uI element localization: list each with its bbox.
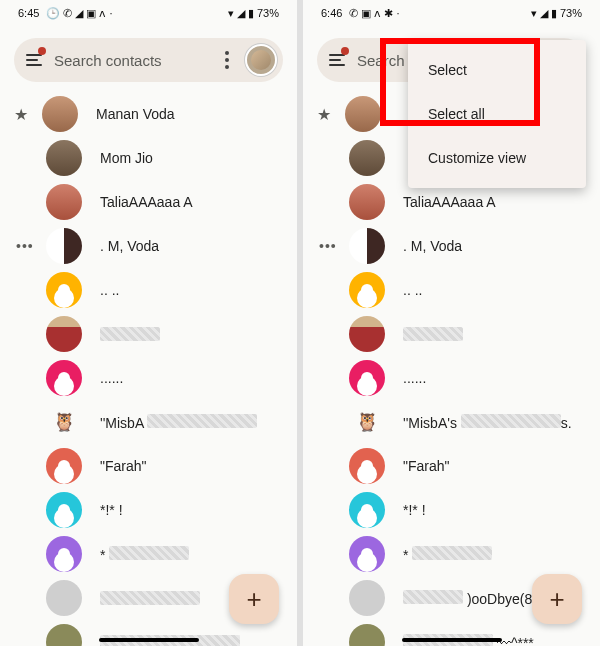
- contact-avatar: [46, 580, 82, 616]
- search-input[interactable]: Search contacts: [54, 52, 209, 69]
- contact-row[interactable]: .. ..: [303, 268, 600, 312]
- contact-row[interactable]: "Farah": [0, 444, 297, 488]
- contact-row[interactable]: [303, 312, 600, 356]
- status-bar: 6:45 🕒✆◢▣ᴧ· ▾ ◢ ▮ 73%: [0, 0, 297, 24]
- contact-row[interactable]: ★ Manan Voda: [0, 92, 297, 136]
- contact-row[interactable]: *: [303, 532, 600, 576]
- battery-pct: 73%: [560, 7, 582, 19]
- contact-list[interactable]: ★ Manan Voda Mom Jio TaliaAAAaaa A ••• .…: [0, 92, 297, 646]
- hamburger-icon[interactable]: [329, 50, 349, 70]
- right-phone-screen: 6:46 ✆▣ᴧ✱· ▾ ◢ ▮ 73% Search c Select Sel…: [303, 0, 600, 646]
- contact-name: *: [100, 546, 189, 563]
- battery-pct: 73%: [257, 7, 279, 19]
- search-bar[interactable]: Search contacts: [14, 38, 283, 82]
- contact-name: Mom Jio: [100, 150, 153, 166]
- profile-avatar-button[interactable]: [245, 44, 277, 76]
- contact-avatar: [345, 96, 381, 132]
- menu-item-customize-view[interactable]: Customize view: [408, 136, 586, 180]
- contact-name: *: [403, 546, 492, 563]
- nav-pill[interactable]: [402, 638, 502, 642]
- contact-name: *!* !: [403, 502, 426, 518]
- contact-avatar: [46, 624, 82, 646]
- contact-avatar: [349, 536, 385, 572]
- signal-icon: ◢: [540, 7, 548, 20]
- contact-name-blurred: [100, 327, 160, 341]
- contact-name: .. ..: [403, 282, 422, 298]
- group-dots-icon: •••: [319, 238, 337, 254]
- contact-row[interactable]: ••• . M, Voda: [0, 224, 297, 268]
- nav-pill[interactable]: [99, 638, 199, 642]
- group-dots-icon: •••: [16, 238, 34, 254]
- clock: 6:46: [321, 7, 342, 19]
- battery-icon: ▮: [248, 7, 254, 20]
- contact-name: . M, Voda: [403, 238, 462, 254]
- contact-row[interactable]: ......: [303, 356, 600, 400]
- contact-name: Manan Voda: [96, 106, 175, 122]
- contact-name: ......: [403, 370, 426, 386]
- contact-avatar: [349, 272, 385, 308]
- contact-row[interactable]: [0, 312, 297, 356]
- contact-avatar: [349, 316, 385, 352]
- contact-avatar: [42, 96, 78, 132]
- contact-row[interactable]: .. ..: [0, 268, 297, 312]
- contact-name: "Farah": [100, 458, 147, 474]
- contact-avatar: [349, 492, 385, 528]
- contact-avatar: [349, 360, 385, 396]
- menu-item-select-all[interactable]: Select all: [408, 92, 586, 136]
- battery-icon: ▮: [551, 7, 557, 20]
- contact-row[interactable]: *: [0, 532, 297, 576]
- contact-avatar: [46, 228, 82, 264]
- contact-name: ''MisbA: [100, 414, 257, 431]
- contact-avatar: [349, 228, 385, 264]
- contact-avatar: [46, 536, 82, 572]
- contact-row[interactable]: "Farah": [303, 444, 600, 488]
- contact-name-blurred: [403, 327, 463, 341]
- wifi-icon: ▾: [531, 7, 537, 20]
- contact-avatar: [46, 184, 82, 220]
- star-icon: ★: [317, 105, 331, 124]
- contact-row[interactable]: *!* !: [303, 488, 600, 532]
- contact-name: . M, Voda: [100, 238, 159, 254]
- star-icon: ★: [14, 105, 28, 124]
- add-contact-fab[interactable]: +: [229, 574, 279, 624]
- contact-avatar: [46, 448, 82, 484]
- contact-avatar: [349, 448, 385, 484]
- signal-icon: ◢: [237, 7, 245, 20]
- overflow-menu: Select Select all Customize view: [408, 40, 586, 188]
- clock: 6:45: [18, 7, 39, 19]
- contact-avatar: [349, 184, 385, 220]
- contact-row[interactable]: Mom Jio: [0, 136, 297, 180]
- plus-icon: +: [549, 584, 564, 615]
- plus-icon: +: [246, 584, 261, 615]
- contact-avatar: [46, 360, 82, 396]
- add-contact-fab[interactable]: +: [532, 574, 582, 624]
- contact-avatar: [349, 580, 385, 616]
- left-phone-screen: 6:45 🕒✆◢▣ᴧ· ▾ ◢ ▮ 73% Search contacts ★ …: [0, 0, 297, 646]
- menu-item-select[interactable]: Select: [408, 48, 586, 92]
- contact-name: )ooDbye(8A...: [403, 590, 553, 607]
- contact-avatar: 🦉: [46, 404, 82, 440]
- wifi-icon: ▾: [228, 7, 234, 20]
- contact-name-blurred: [100, 591, 200, 605]
- contact-row[interactable]: 🦉 ''MisbA's s.: [303, 400, 600, 444]
- contact-name: .. ..: [100, 282, 119, 298]
- more-menu-button[interactable]: [217, 51, 237, 69]
- contact-name: TaliaAAAaaa A: [100, 194, 193, 210]
- contact-avatar: [46, 140, 82, 176]
- contact-avatar: [349, 624, 385, 646]
- contact-name: "Farah": [403, 458, 450, 474]
- contact-row[interactable]: TaliaAAAaaa A: [0, 180, 297, 224]
- contact-avatar: [46, 316, 82, 352]
- status-bar: 6:46 ✆▣ᴧ✱· ▾ ◢ ▮ 73%: [303, 0, 600, 24]
- contact-avatar: [46, 272, 82, 308]
- contact-avatar: [349, 140, 385, 176]
- contact-name: ''MisbA's s.: [403, 414, 572, 431]
- contact-name: ......: [100, 370, 123, 386]
- contact-row[interactable]: ......: [0, 356, 297, 400]
- contact-row[interactable]: ••• . M, Voda: [303, 224, 600, 268]
- hamburger-icon[interactable]: [26, 50, 46, 70]
- contact-avatar: 🦉: [349, 404, 385, 440]
- contact-name: TaliaAAAaaa A: [403, 194, 496, 210]
- contact-row[interactable]: 🦉 ''MisbA: [0, 400, 297, 444]
- contact-row[interactable]: *!* !: [0, 488, 297, 532]
